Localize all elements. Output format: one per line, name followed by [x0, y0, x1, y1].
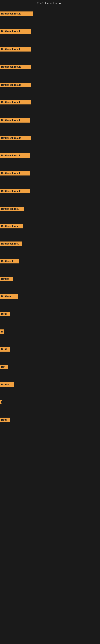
bottleneck-badge: Bottleneck result	[0, 83, 31, 87]
bottleneck-badge: Bottleneck	[0, 259, 19, 264]
bottleneck-badge: Bottleneck result	[0, 100, 31, 104]
bottleneck-badge: Bottleneck result	[0, 64, 31, 69]
bottleneck-badge: Bottlenec	[0, 294, 18, 299]
bottleneck-badge: Bottl	[0, 312, 10, 316]
bottleneck-badge: Bottler	[0, 277, 13, 281]
bottleneck-badge: Bottleneck result	[0, 136, 31, 140]
bottleneck-badge: B	[0, 330, 3, 334]
bottleneck-badge: Bot	[0, 365, 8, 369]
bottleneck-badge: Bottl	[0, 418, 10, 422]
bottleneck-badge: Bottl	[0, 347, 10, 352]
bottleneck-badge: Bottleneck result	[0, 12, 33, 16]
bottleneck-badge: Bottleneck result	[0, 47, 31, 52]
bottleneck-badge: Bottleneck resu	[0, 242, 22, 246]
bottleneck-badge: Bottleneck result	[0, 171, 30, 176]
bottleneck-badge: Bottleneck result	[0, 189, 30, 194]
bottleneck-badge: Bottleneck result	[0, 29, 31, 34]
bottleneck-badge: Bottleneck resu	[0, 224, 23, 228]
bottleneck-badge: Bottleneck resu	[0, 207, 24, 211]
bottleneck-badge: Bottlen	[0, 382, 14, 387]
bottleneck-badge: |	[0, 400, 2, 404]
bottleneck-badge: Bottleneck result	[0, 118, 30, 122]
bottleneck-badge: Bottleneck result	[0, 153, 30, 158]
site-title: TheBottlenecker.com	[37, 2, 63, 5]
